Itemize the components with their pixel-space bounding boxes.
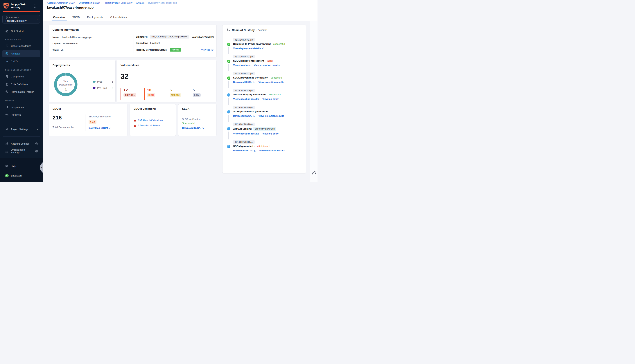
- tab-deployments[interactable]: Deployments: [87, 14, 103, 21]
- breadcrumb-project[interactable]: Project: Product Exploratory: [104, 2, 132, 4]
- infinity-icon: ∞: [5, 60, 9, 63]
- legend-label: Prod: [97, 80, 103, 83]
- sidebar-section-risk: RISK AND COMPLIANCE: [5, 69, 31, 71]
- external-link-icon: [211, 48, 214, 51]
- integrity-status-label: Integrity Verification Status:: [136, 48, 167, 51]
- artifact-digest: 8d23bd3b5d8f: [63, 42, 78, 45]
- sidebar-item-code-repositories[interactable]: Code Repositories: [2, 42, 40, 49]
- sidebar-item-integrations[interactable]: Integrations: [2, 104, 40, 110]
- sidebar-item-account-settings[interactable]: Account Settings: [2, 140, 40, 147]
- link-label: View log entry: [262, 98, 279, 100]
- shield-logo-icon: [3, 2, 9, 9]
- deployments-card: Deployments Total Deployments 1 Prod 1 P…: [49, 60, 116, 102]
- view-execution-results-link[interactable]: View execution results: [233, 98, 259, 100]
- event-title: Artifact Integrity Verification: [233, 93, 266, 96]
- breadcrumb: Account: Automation-SSCA › Organization:…: [47, 2, 177, 4]
- tab-vulnerabilities[interactable]: Vulnerabilities: [110, 14, 127, 21]
- link-label: View execution results: [258, 81, 284, 84]
- sbom-score-label: SBOM Quality Score: [89, 115, 111, 118]
- project-name: Product Exploratory: [6, 20, 38, 22]
- slsa-card: SLSA SLSA Verification Successful Downlo…: [178, 104, 217, 136]
- allow-list-violations-link[interactable]: 637 Allow list Violations: [138, 119, 163, 122]
- external-link-icon: [262, 47, 264, 50]
- sidebar-item-label: Pipelines: [11, 114, 21, 116]
- app-switcher-icon[interactable]: [34, 4, 38, 8]
- sidebar-footer: ? Help L Lavakush: [0, 158, 43, 182]
- svg-text:?: ?: [6, 165, 7, 166]
- event-timestamp: 01/16/2025 03:27pm: [233, 38, 255, 42]
- artifact-tags: v5: [61, 48, 64, 51]
- card-title: SLSA: [182, 107, 189, 110]
- signed-by-value: Lavakush: [150, 42, 160, 44]
- user-menu[interactable]: L Lavakush: [2, 172, 40, 179]
- view-log-entry-link[interactable]: View log entry: [262, 98, 279, 100]
- download-sbom-link[interactable]: Download SBOM: [233, 149, 256, 152]
- sbom-card: SBOM 216 Total Dependencies SBOM Quality…: [49, 104, 127, 136]
- chevron-right-icon: ›: [37, 128, 38, 131]
- severity-low: 5 LOW: [190, 88, 201, 100]
- sidebar-item-organization-settings[interactable]: Organization Settings: [2, 148, 40, 154]
- download-icon: [254, 150, 256, 152]
- tab-overview[interactable]: Overview: [53, 14, 65, 21]
- scan-circle-icon: [227, 110, 231, 114]
- sidebar-item-rule-definitions[interactable]: Rule Definitions: [2, 81, 40, 88]
- card-title: SBOM: [53, 107, 61, 110]
- sidebar-item-remediation-tracker[interactable]: Remediation Tracker: [2, 88, 40, 95]
- download-icon: [253, 115, 255, 117]
- severity-critical: 12 CRITICAL: [121, 88, 136, 100]
- view-execution-results-link[interactable]: View execution results: [259, 149, 285, 152]
- deny-list-violations-link[interactable]: 2 Deny list Violations: [138, 124, 160, 127]
- breadcrumb-organization[interactable]: Organization: default: [79, 2, 100, 4]
- view-execution-results-link[interactable]: View execution results: [258, 81, 284, 84]
- pipelines-icon: [5, 113, 9, 116]
- integrity-status-badge: Passed: [170, 48, 181, 52]
- view-execution-results-link[interactable]: View execution results: [254, 64, 280, 66]
- event-title: SLSA provenance generation: [233, 110, 268, 113]
- view-log-entry-link[interactable]: View log entry: [262, 132, 279, 135]
- box-tracker-icon: [5, 90, 9, 94]
- sidebar-item-label: CI/CD: [11, 60, 18, 63]
- right-gutter: [310, 21, 317, 182]
- event-separator: -: [254, 145, 255, 148]
- help-button[interactable]: ? Help: [2, 163, 40, 170]
- vulnerabilities-total: 32: [121, 72, 128, 80]
- view-execution-results-link[interactable]: View execution results: [233, 132, 259, 135]
- breadcrumb-current[interactable]: lavakush07/easy-buggy-app: [148, 2, 177, 4]
- sidebar-item-get-started[interactable]: Get Started: [2, 28, 40, 34]
- breadcrumb-artifacts[interactable]: Artifacts: [136, 2, 144, 4]
- event-separator: -: [267, 93, 268, 96]
- project-selector[interactable]: PROJECT Product Exploratory ›: [3, 15, 40, 24]
- card-title: Vulnerabilities: [121, 64, 139, 66]
- layers-gear-icon: [5, 142, 9, 145]
- view-deployment-details-link[interactable]: View deployment details: [233, 47, 264, 50]
- tab-sbom[interactable]: SBOM: [72, 14, 80, 21]
- sidebar-item-cicd[interactable]: ∞ CI/CD: [2, 58, 40, 64]
- legend-value: 0: [112, 86, 113, 89]
- severity-badge: CRITICAL: [123, 94, 136, 97]
- severity-count: 10: [147, 88, 155, 92]
- sidebar-item-project-settings[interactable]: Project Settings ›: [2, 126, 40, 132]
- event-title: SLSA provenance verification: [233, 76, 268, 79]
- download-slsa-link[interactable]: Download SLSA: [233, 81, 255, 84]
- breadcrumb-account[interactable]: Account: Automation-SSCA: [47, 2, 75, 4]
- legend-label: Pre Prod: [97, 86, 107, 89]
- download-slsa-link[interactable]: Download SLSA: [233, 114, 255, 117]
- sidebar-item-compliance[interactable]: Compliance: [2, 73, 40, 80]
- sidebar-item-artifacts[interactable]: Artifacts: [2, 50, 40, 57]
- view-log-link[interactable]: View log: [201, 48, 214, 51]
- event-status: successful: [273, 42, 285, 45]
- feedback-chat-button[interactable]: [312, 170, 317, 175]
- event-timestamp: 01/16/2025 03:27pm: [233, 72, 255, 75]
- digest-label: Digest:: [53, 42, 61, 45]
- view-violations-link[interactable]: View violations: [233, 64, 251, 66]
- download-slsa-link[interactable]: Download SLSA: [182, 126, 204, 129]
- home-icon: [5, 29, 9, 33]
- view-execution-results-link[interactable]: View execution results: [258, 114, 284, 117]
- signature-label: Signature:: [136, 36, 147, 38]
- deploy-hexagon-icon: ∞: [227, 76, 231, 80]
- download-sbom-link[interactable]: Download SBOM: [89, 126, 111, 129]
- sidebar-item-pipelines[interactable]: Pipelines: [2, 111, 40, 118]
- download-icon: [109, 127, 111, 129]
- event-status: successful: [269, 93, 281, 96]
- deploy-hexagon-icon: ∞: [227, 60, 231, 63]
